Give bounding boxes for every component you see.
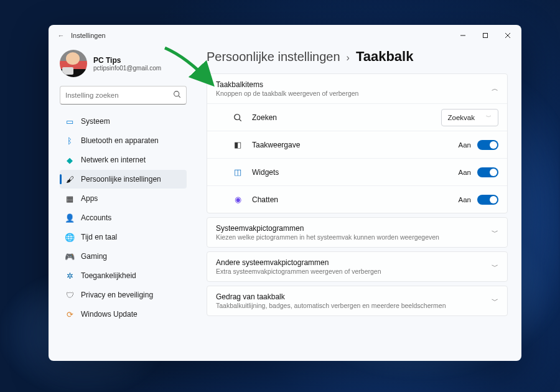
section-taskbar-items: Taakbalkitems Knoppen op de taakbalk wee…	[207, 73, 508, 213]
section-title: Taakbalkitems	[216, 80, 492, 89]
sidebar-item-time[interactable]: 🌐Tijd en taal	[60, 228, 187, 246]
maximize-button[interactable]	[474, 27, 497, 44]
close-button[interactable]	[497, 27, 519, 44]
sidebar-item-bluetooth[interactable]: ᛒBluetooth en apparaten	[60, 131, 187, 150]
sidebar-item-label: Privacy en beveiliging	[81, 291, 153, 299]
profile-email: pctipsinfo01@gmail.com	[93, 65, 161, 72]
section-title: Andere systeemvakpictogrammen	[216, 258, 492, 267]
titlebar: ← Instellingen	[49, 25, 521, 46]
access-icon: ✲	[65, 271, 75, 281]
shield-icon: 🛡	[65, 290, 75, 300]
sidebar-item-label: Systeem	[81, 117, 110, 126]
row-search: Zoeken Zoekvak ﹀	[207, 103, 507, 131]
sidebar-item-privacy[interactable]: 🛡Privacy en beveiliging	[60, 286, 187, 304]
profile-name: PC Tips	[93, 56, 161, 65]
row-label: Taakweergave	[252, 141, 459, 149]
sidebar-item-system[interactable]: ▭Systeem	[60, 112, 187, 131]
profile[interactable]: PC Tips pctipsinfo01@gmail.com	[60, 50, 187, 77]
section-header[interactable]: Taakbalkitems Knoppen op de taakbalk wee…	[207, 74, 507, 103]
sidebar-item-label: Gaming	[81, 252, 107, 261]
bluetooth-icon: ᛒ	[65, 136, 75, 146]
minimize-button[interactable]	[452, 27, 474, 44]
display-icon: ▭	[65, 116, 75, 126]
window-title: Instellingen	[71, 32, 106, 39]
sidebar-item-label: Windows Update	[81, 310, 138, 319]
svg-rect-1	[483, 34, 488, 38]
svg-point-4	[174, 91, 179, 96]
section-tray-icons[interactable]: Systeemvakpictogrammen Kiezen welke pict…	[207, 217, 508, 248]
globe-icon: 🌐	[65, 232, 75, 242]
sidebar-item-apps[interactable]: ▦Apps	[60, 189, 187, 208]
sidebar-item-label: Tijd en taal	[81, 233, 117, 241]
section-subtitle: Extra systeemvakpictogrammen weergeven o…	[216, 268, 492, 275]
main-content: Persoonlijke instellingen › Taakbalk Taa…	[193, 46, 521, 361]
sidebar-item-accounts[interactable]: 👤Accounts	[60, 208, 187, 227]
sidebar-item-gaming[interactable]: 🎮Gaming	[60, 247, 187, 266]
search-icon	[232, 113, 243, 122]
sidebar-item-label: Accounts	[81, 213, 111, 222]
chevron-right-icon: ›	[347, 52, 350, 63]
sidebar-item-label: Persoonlijke instellingen	[81, 175, 161, 184]
sidebar-item-personalization[interactable]: 🖌Persoonlijke instellingen	[60, 170, 187, 189]
search-icon	[173, 90, 181, 100]
toggle-state: Aan	[459, 196, 471, 203]
breadcrumb-parent[interactable]: Persoonlijke instellingen	[207, 50, 340, 64]
sidebar-item-label: Apps	[81, 194, 98, 203]
svg-point-6	[235, 114, 240, 119]
section-subtitle: Taakbalkuitlijning, badges, automatisch …	[216, 302, 492, 309]
svg-line-5	[179, 96, 180, 98]
widgets-icon: ◫	[232, 167, 243, 177]
apps-icon: ▦	[65, 194, 75, 203]
chat-icon: ◉	[232, 195, 243, 204]
search-input[interactable]	[65, 91, 173, 99]
nav: ▭Systeem ᛒBluetooth en apparaten ◆Netwer…	[60, 112, 187, 324]
row-label: Chatten	[252, 195, 459, 204]
toggle-state: Aan	[459, 169, 471, 176]
sidebar-item-label: Toegankelijkheid	[81, 271, 136, 280]
sidebar-item-label: Bluetooth en apparaten	[81, 136, 159, 145]
section-taskbar-behavior[interactable]: Gedrag van taakbalk Taakbalkuitlijning, …	[207, 286, 508, 316]
sidebar-item-update[interactable]: ⟳Windows Update	[60, 305, 187, 324]
page-title: Taakbalk	[356, 49, 414, 65]
brush-icon: 🖌	[65, 174, 75, 184]
toggle-widgets[interactable]	[477, 167, 498, 177]
toggle-state: Aan	[459, 141, 471, 149]
wifi-icon: ◆	[65, 155, 75, 165]
chevron-down-icon: ﹀	[492, 262, 498, 271]
breadcrumb: Persoonlijke instellingen › Taakbalk	[207, 49, 508, 65]
svg-line-7	[240, 119, 241, 121]
section-subtitle: Knoppen op de taakbalk weergeven of verb…	[216, 90, 492, 97]
row-widgets: ◫ Widgets Aan	[207, 158, 507, 185]
section-subtitle: Kiezen welke pictogrammen in het systeem…	[216, 233, 492, 241]
search-dropdown[interactable]: Zoekvak ﹀	[441, 109, 498, 126]
toggle-chat[interactable]	[477, 195, 498, 205]
row-label: Zoeken	[252, 113, 441, 122]
chevron-up-icon: ︿	[492, 84, 498, 93]
row-chat: ◉ Chatten Aan	[207, 185, 507, 213]
avatar	[60, 50, 87, 77]
dropdown-value: Zoekvak	[448, 114, 475, 121]
row-taskview: ◧ Taakweergave Aan	[207, 131, 507, 158]
chevron-down-icon: ﹀	[492, 228, 498, 237]
back-button[interactable]: ←	[56, 32, 66, 39]
taskview-icon: ◧	[232, 140, 243, 149]
search-box[interactable]	[60, 86, 187, 105]
sidebar-item-label: Netwerk en internet	[81, 156, 146, 164]
game-icon: 🎮	[65, 251, 75, 261]
sidebar: PC Tips pctipsinfo01@gmail.com ▭Systeem …	[49, 46, 193, 361]
person-icon: 👤	[65, 213, 75, 223]
chevron-down-icon: ﹀	[492, 296, 498, 306]
settings-window: ← Instellingen PC Tips pctipsinfo01@gmai…	[49, 25, 521, 361]
section-title: Systeemvakpictogrammen	[216, 224, 492, 233]
sidebar-item-accessibility[interactable]: ✲Toegankelijkheid	[60, 266, 187, 285]
toggle-taskview[interactable]	[477, 140, 498, 150]
row-label: Widgets	[252, 168, 459, 177]
section-title: Gedrag van taakbalk	[216, 292, 492, 301]
chevron-down-icon: ﹀	[486, 113, 492, 121]
update-icon: ⟳	[65, 309, 75, 319]
section-other-tray-icons[interactable]: Andere systeemvakpictogrammen Extra syst…	[207, 251, 508, 282]
sidebar-item-network[interactable]: ◆Netwerk en internet	[60, 151, 187, 169]
